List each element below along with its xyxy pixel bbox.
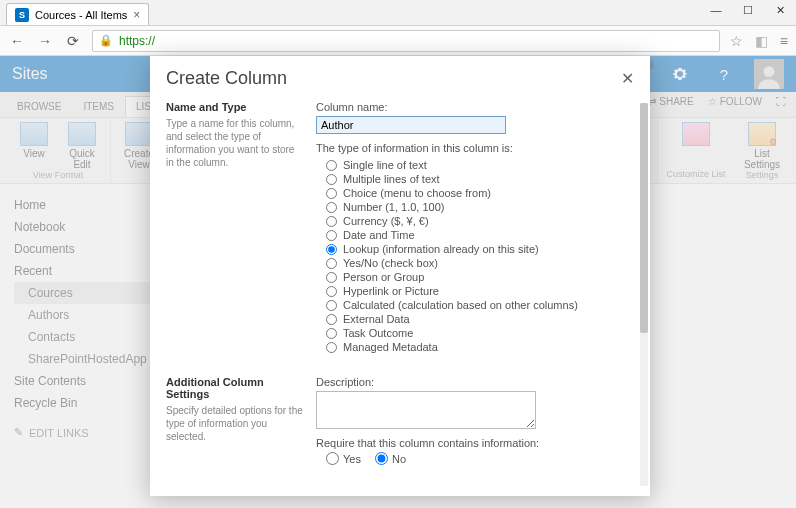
require-no-label: No xyxy=(392,453,406,465)
lock-icon: 🔒 xyxy=(99,34,113,47)
column-type-option[interactable]: Date and Time xyxy=(326,228,628,242)
column-type-radio[interactable] xyxy=(326,202,337,213)
column-type-radio[interactable] xyxy=(326,286,337,297)
column-type-radio[interactable] xyxy=(326,174,337,185)
window-controls: — ☐ ✕ xyxy=(700,0,796,20)
window-minimize-button[interactable]: — xyxy=(700,0,732,20)
column-type-option[interactable]: Yes/No (check box) xyxy=(326,256,628,270)
column-type-option[interactable]: Task Outcome xyxy=(326,326,628,340)
column-type-option[interactable]: Currency ($, ¥, €) xyxy=(326,214,628,228)
column-type-label: Task Outcome xyxy=(343,327,413,339)
section-name-type-title: Name and Type xyxy=(166,101,304,113)
column-type-label: Lookup (information already on this site… xyxy=(343,243,539,255)
column-type-label: Date and Time xyxy=(343,229,415,241)
column-name-input[interactable] xyxy=(316,116,506,134)
window-close-button[interactable]: ✕ xyxy=(764,0,796,20)
reload-button[interactable]: ⟳ xyxy=(64,32,82,50)
section-additional-title: Additional Column Settings xyxy=(166,376,304,400)
column-type-label: Number (1, 1.0, 100) xyxy=(343,201,445,213)
sharepoint-favicon-icon: S xyxy=(15,8,29,22)
column-type-option[interactable]: Person or Group xyxy=(326,270,628,284)
column-name-label: Column name: xyxy=(316,101,628,113)
require-yes-label: Yes xyxy=(343,453,361,465)
extension-icon[interactable]: ◧ xyxy=(755,33,768,49)
column-type-radio[interactable] xyxy=(326,244,337,255)
require-label: Require that this column contains inform… xyxy=(316,437,628,449)
column-type-label: Single line of text xyxy=(343,159,427,171)
forward-button[interactable]: → xyxy=(36,32,54,50)
description-textarea[interactable] xyxy=(316,391,536,429)
column-type-label: The type of information in this column i… xyxy=(316,142,628,154)
browser-address-bar: ← → ⟳ 🔒 https:// ☆ ◧ ≡ xyxy=(0,26,796,56)
column-type-label: Choice (menu to choose from) xyxy=(343,187,491,199)
column-type-label: Managed Metadata xyxy=(343,341,438,353)
browser-tab[interactable]: S Cources - All Items × xyxy=(6,3,149,25)
section-additional-desc: Specify detailed options for the type of… xyxy=(166,404,304,443)
description-label: Description: xyxy=(316,376,628,388)
column-type-radio[interactable] xyxy=(326,230,337,241)
star-icon[interactable]: ☆ xyxy=(730,33,743,49)
dialog-title: Create Column xyxy=(166,68,287,89)
require-yes-radio[interactable] xyxy=(326,452,339,465)
column-type-label: Calculated (calculation based on other c… xyxy=(343,299,578,311)
column-type-radio[interactable] xyxy=(326,188,337,199)
tab-close-icon[interactable]: × xyxy=(133,8,140,22)
window-maximize-button[interactable]: ☐ xyxy=(732,0,764,20)
column-type-option[interactable]: Managed Metadata xyxy=(326,340,628,354)
section-name-type-desc: Type a name for this column, and select … xyxy=(166,117,304,169)
column-type-radio[interactable] xyxy=(326,258,337,269)
column-type-radio[interactable] xyxy=(326,314,337,325)
column-type-option[interactable]: Single line of text xyxy=(326,158,628,172)
column-type-radio[interactable] xyxy=(326,300,337,311)
column-type-label: Multiple lines of text xyxy=(343,173,440,185)
dialog-scrollbar-thumb[interactable] xyxy=(640,103,648,333)
create-column-dialog: Create Column ✕ Name and Type Type a nam… xyxy=(150,56,650,496)
dialog-close-button[interactable]: ✕ xyxy=(621,69,634,88)
column-type-radio[interactable] xyxy=(326,272,337,283)
require-no-option[interactable]: No xyxy=(375,452,406,465)
column-type-option[interactable]: Hyperlink or Picture xyxy=(326,284,628,298)
column-type-option[interactable]: Multiple lines of text xyxy=(326,172,628,186)
column-type-label: Hyperlink or Picture xyxy=(343,285,439,297)
column-type-option[interactable]: Choice (menu to choose from) xyxy=(326,186,628,200)
column-type-label: External Data xyxy=(343,313,410,325)
back-button[interactable]: ← xyxy=(8,32,26,50)
column-type-label: Person or Group xyxy=(343,271,424,283)
column-type-option[interactable]: Calculated (calculation based on other c… xyxy=(326,298,628,312)
column-type-option[interactable]: Lookup (information already on this site… xyxy=(326,242,628,256)
require-yes-option[interactable]: Yes xyxy=(326,452,361,465)
column-type-radio[interactable] xyxy=(326,328,337,339)
tab-title: Cources - All Items xyxy=(35,9,127,21)
column-type-option[interactable]: External Data xyxy=(326,312,628,326)
column-type-label: Currency ($, ¥, €) xyxy=(343,215,429,227)
browser-titlebar: S Cources - All Items × — ☐ ✕ xyxy=(0,0,796,26)
column-type-radio[interactable] xyxy=(326,216,337,227)
column-type-option[interactable]: Number (1, 1.0, 100) xyxy=(326,200,628,214)
column-type-radio[interactable] xyxy=(326,342,337,353)
column-type-radio-list: Single line of textMultiple lines of tex… xyxy=(316,158,628,354)
menu-icon[interactable]: ≡ xyxy=(780,33,788,49)
column-type-radio[interactable] xyxy=(326,160,337,171)
url-input[interactable]: 🔒 https:// xyxy=(92,30,720,52)
column-type-label: Yes/No (check box) xyxy=(343,257,438,269)
url-text: https:// xyxy=(119,34,155,48)
require-no-radio[interactable] xyxy=(375,452,388,465)
